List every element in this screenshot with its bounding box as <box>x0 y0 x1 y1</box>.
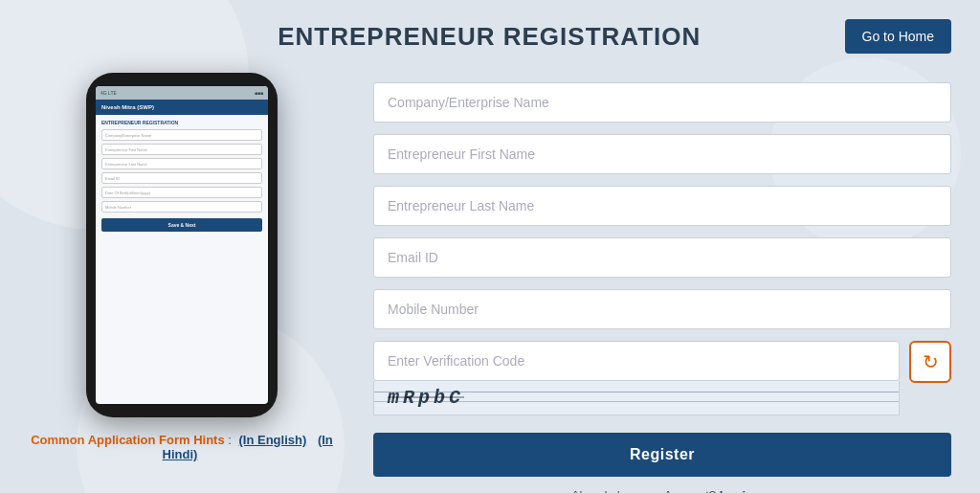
phone-field-label-2: Entrepreneur First Name <box>105 147 147 152</box>
page-header: ENTREPRENEUR REGISTRATION Go to Home <box>29 19 951 54</box>
phone-field-4: Email ID <box>101 172 262 184</box>
register-button[interactable]: Register <box>373 433 951 477</box>
refresh-icon: ↻ <box>923 352 939 371</box>
phone-form-area: ENTREPRENEUR REGISTRATION Company/Enterp… <box>96 115 268 404</box>
page-title: ENTREPRENEUR REGISTRATION <box>134 22 845 52</box>
phone-field-2: Entrepreneur First Name <box>101 144 262 155</box>
phone-field-6: Mobile Number <box>101 201 262 213</box>
phone-field-label-4: Email ID <box>105 176 120 181</box>
login-link[interactable]: Login <box>720 488 753 493</box>
phone-app-header: Nivesh Mitra (SWP) <box>96 100 268 115</box>
captcha-image: mRpbC <box>373 381 900 415</box>
hints-section: Common Application Form Hints : (In Engl… <box>29 433 335 461</box>
mobile-input[interactable] <box>373 289 951 329</box>
phone-field-3: Entrepreneur Last Name <box>101 158 262 169</box>
left-panel: 4G LTE ■■■ Nivesh Mitra (SWP) ENTREPRENE… <box>29 73 335 461</box>
phone-app-name: Nivesh Mitra (SWP) <box>101 104 154 110</box>
registration-form: mRpbC ↻ Register Already have an Account… <box>373 73 951 493</box>
main-content: 4G LTE ■■■ Nivesh Mitra (SWP) ENTREPRENE… <box>29 73 951 493</box>
phone-field-1: Company/Enterprise Name <box>101 129 262 141</box>
phone-save-button: Save & Next <box>101 218 262 232</box>
last-name-input[interactable] <box>373 186 951 226</box>
already-account-text: Already have an Account? <box>571 488 716 493</box>
phone-field-label-5: Date Of Birth(dd/mm/yyyy) <box>105 190 150 195</box>
captcha-input[interactable] <box>373 341 900 381</box>
go-home-button[interactable]: Go to Home <box>845 19 951 54</box>
phone-screen: 4G LTE ■■■ Nivesh Mitra (SWP) ENTREPRENE… <box>96 86 268 404</box>
email-input[interactable] <box>373 237 951 278</box>
phone-field-label-1: Company/Enterprise Name <box>105 133 151 138</box>
phone-mockup: 4G LTE ■■■ Nivesh Mitra (SWP) ENTREPRENE… <box>86 73 278 417</box>
captcha-row: mRpbC ↻ <box>373 341 951 415</box>
hints-label: Common Application Form Hints <box>31 433 224 447</box>
phone-status-bar: 4G LTE ■■■ <box>96 86 268 100</box>
phone-form-title: ENTREPRENEUR REGISTRATION <box>101 120 262 125</box>
captcha-wrapper: mRpbC <box>373 341 900 415</box>
hints-separator: : <box>228 433 234 447</box>
company-name-input[interactable] <box>373 82 951 123</box>
phone-field-label-3: Entrepreneur Last Name <box>105 162 147 167</box>
captcha-text: mRpbC <box>388 387 464 409</box>
first-name-input[interactable] <box>373 134 951 174</box>
refresh-captcha-button[interactable]: ↻ <box>909 341 951 383</box>
login-row: Already have an Account? Login <box>373 488 951 493</box>
phone-field-label-6: Mobile Number <box>105 205 131 210</box>
phone-battery: ■■■ <box>255 90 263 96</box>
hints-english-link[interactable]: (In English) <box>239 433 307 447</box>
phone-field-5: Date Of Birth(dd/mm/yyyy) <box>101 187 262 198</box>
phone-status-text: 4G LTE <box>100 90 117 96</box>
